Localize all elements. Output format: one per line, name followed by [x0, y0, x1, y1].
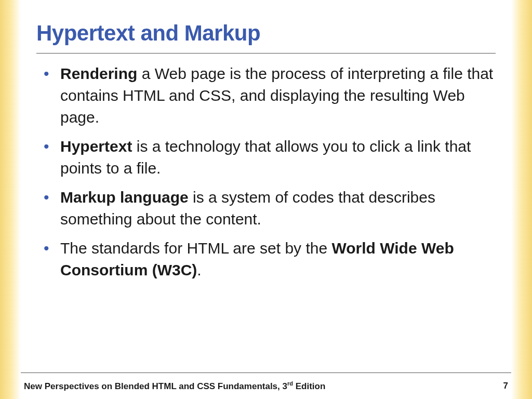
footer-book-title: New Perspectives on Blended HTML and CSS… — [24, 380, 325, 392]
slide-title: Hypertext and Markup — [36, 21, 496, 46]
bullet-item: The standards for HTML are set by the Wo… — [36, 237, 496, 281]
bullet-prefix: The standards for HTML are set by the — [60, 240, 331, 257]
bullet-list: Rendering a Web page is the process of i… — [36, 63, 496, 281]
slide-content: Hypertext and Markup Rendering a Web pag… — [21, 0, 511, 399]
bullet-item: Hypertext is a technology that allows yo… — [36, 136, 496, 179]
footer-title-prefix: New Perspectives on Blended HTML and CSS… — [24, 381, 287, 391]
right-border-decoration — [511, 0, 532, 399]
bullet-suffix: . — [197, 261, 201, 278]
bullet-item: Rendering a Web page is the process of i… — [36, 63, 496, 128]
bullet-item: Markup language is a system of codes tha… — [36, 187, 496, 230]
footer-divider — [21, 373, 511, 373]
left-border-decoration — [0, 0, 21, 399]
bullet-bold-term: Hypertext — [60, 138, 132, 155]
bullet-bold-term: Rendering — [60, 65, 137, 82]
footer-title-ordinal: rd — [287, 380, 293, 387]
slide-footer: New Perspectives on Blended HTML and CSS… — [21, 380, 511, 392]
footer-title-suffix: Edition — [293, 381, 325, 391]
bullet-bold-term: Markup language — [60, 189, 189, 206]
title-divider — [36, 53, 496, 54]
page-number: 7 — [503, 381, 508, 391]
